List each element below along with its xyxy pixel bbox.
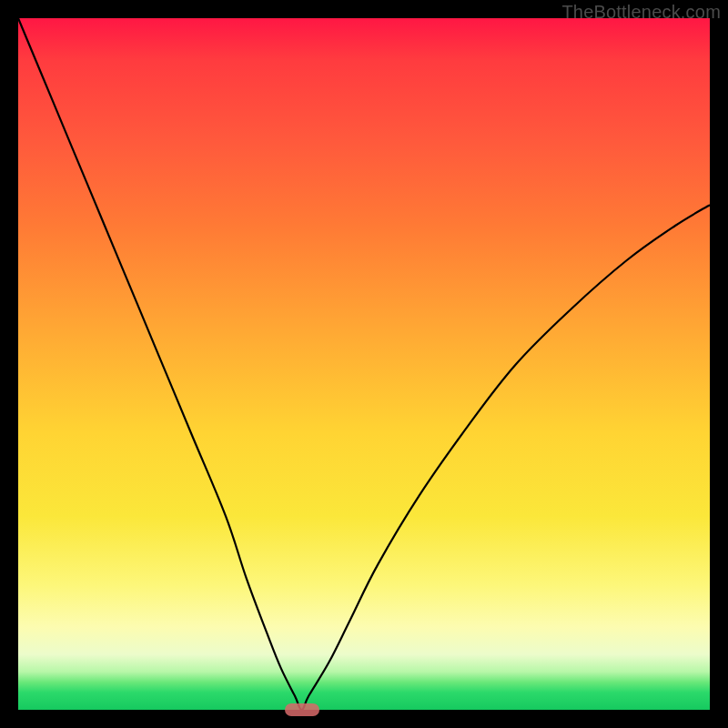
chart-frame xyxy=(18,18,710,710)
bottleneck-curve-path xyxy=(18,18,710,710)
bottleneck-curve xyxy=(18,18,710,710)
bottleneck-marker xyxy=(285,703,319,716)
